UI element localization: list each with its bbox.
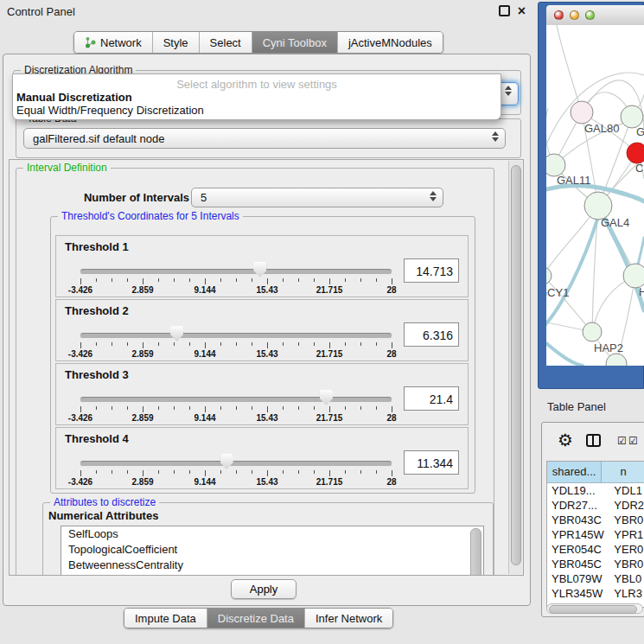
gear-icon[interactable]: ⚙ xyxy=(558,430,573,450)
slider-thumb[interactable] xyxy=(220,454,233,469)
slider-track[interactable] xyxy=(80,333,392,339)
thresholds-group-title: Threshold's Coordinates for 5 Intervals xyxy=(58,210,243,222)
table-row-ylr345w[interactable]: YLR345WYLR3 xyxy=(547,586,644,601)
table-row-ybr045c[interactable]: YBR045CYBR0 xyxy=(547,557,644,571)
threshold-value-box[interactable]: 6.316 xyxy=(404,322,459,347)
mac-zoom-icon[interactable] xyxy=(585,10,595,20)
bottom-tab-label-infer-network: Infer Network xyxy=(316,612,382,625)
cell-name: YLR3 xyxy=(611,586,644,601)
float-window-icon[interactable] xyxy=(499,5,510,16)
tick-label-28: 28 xyxy=(386,477,396,487)
table-row-ybr043c[interactable]: YBR043CYBR0 xyxy=(547,513,644,527)
table-row-ybl079w[interactable]: YBL079WYBL0 xyxy=(547,571,644,586)
checkbox-icon[interactable]: ☑ xyxy=(617,435,627,447)
tick-mark xyxy=(174,470,175,474)
tick-label-2-859: 2.859 xyxy=(131,285,153,295)
tab-network[interactable]: Network xyxy=(74,32,153,53)
tick-mark xyxy=(376,342,377,346)
bottom-tab-impute-data[interactable]: Impute Data xyxy=(124,609,207,628)
tab-label-select: Select xyxy=(210,36,241,49)
node-attribute-table[interactable]: shared... n YDL19...YDL1YDR27...YDR2YBR0… xyxy=(546,461,644,608)
list-item-selfloops[interactable]: SelfLoops xyxy=(61,526,483,542)
tick-mark xyxy=(96,406,97,410)
cell-shared-name: YBR045C xyxy=(547,557,611,571)
tick-mark xyxy=(220,470,221,474)
table-header-row: shared... n xyxy=(547,462,644,483)
bottom-tab-infer-network[interactable]: Infer Network xyxy=(305,609,392,628)
tick-mark xyxy=(112,406,112,410)
threshold-label-4: Threshold 4 xyxy=(65,432,129,445)
table-row-ydr27[interactable]: YDR27...YDR2 xyxy=(547,498,644,513)
threshold-value-box[interactable]: 21.4 xyxy=(404,386,459,411)
horizontal-scrollbar[interactable] xyxy=(546,603,643,614)
slider-thumb[interactable] xyxy=(253,262,266,277)
tick-mark xyxy=(252,278,252,282)
threshold-panel-4: Threshold 4-3.4262.8599.14415.4321.71528… xyxy=(55,427,469,489)
network-node-gcy1[interactable] xyxy=(546,267,552,284)
threshold-panel-2: Threshold 2-3.4262.8599.14415.4321.71528… xyxy=(55,299,469,361)
bottom-tab-label-impute-data: Impute Data xyxy=(135,612,196,625)
network-node-c[interactable] xyxy=(627,143,644,163)
dropdown-option-manual-discretization[interactable]: Manual Discretization xyxy=(16,91,132,104)
tick-label-3-426: -3.426 xyxy=(68,285,92,295)
slider-track[interactable] xyxy=(80,269,392,275)
tab-jactivemnodules[interactable]: jActiveMNodules xyxy=(338,32,443,53)
network-nodes[interactable]: GAL80GACGAL11GAL4GCY1HAHAP2 xyxy=(546,101,644,366)
vertical-scrollbar[interactable] xyxy=(508,161,522,574)
tick-label-28: 28 xyxy=(386,285,396,295)
tick-label-3-426: -3.426 xyxy=(68,349,92,359)
network-node-gal80[interactable] xyxy=(571,101,593,124)
tab-cyni-toolbox[interactable]: Cyni Toolbox xyxy=(252,32,338,53)
column-header-shared-name[interactable]: shared... xyxy=(547,462,602,482)
vertical-scrollbar-thumb[interactable] xyxy=(511,165,521,565)
table-row-yer054c[interactable]: YER054CYER0 xyxy=(547,542,644,557)
bottom-tab-label-discretize-data: Discretize Data xyxy=(218,612,294,625)
threshold-value-box[interactable]: 14.713 xyxy=(404,258,459,283)
tick-label-3-426: -3.426 xyxy=(68,477,92,487)
tick-mark xyxy=(360,406,361,410)
slider-thumb[interactable] xyxy=(170,326,183,341)
network-window-titlebar[interactable] xyxy=(546,5,644,26)
list-item-topologicalcoefficient[interactable]: TopologicalCoefficient xyxy=(61,542,483,558)
tab-select[interactable]: Select xyxy=(200,32,252,53)
tick-label-9-144: 9.144 xyxy=(194,349,215,359)
slider-track[interactable] xyxy=(80,397,392,403)
slider-track[interactable] xyxy=(80,461,392,467)
cell-name: YDR2 xyxy=(611,498,644,513)
apply-button[interactable]: Apply xyxy=(231,579,296,599)
column-header-name[interactable]: n xyxy=(602,462,644,482)
tick-mark xyxy=(392,342,392,348)
tick-mark xyxy=(345,342,346,346)
list-item-betweennesscentrality[interactable]: BetweennessCentrality xyxy=(61,558,483,573)
cell-name: YBL0 xyxy=(611,571,644,586)
threshold-value-box[interactable]: 11.344 xyxy=(404,450,459,475)
checkbox-icon[interactable]: ☑ xyxy=(628,435,638,447)
tick-mark xyxy=(127,342,128,346)
table-row-ypr145w[interactable]: YPR145WYPR1 xyxy=(547,527,644,542)
number-of-intervals-combobox[interactable]: 5 xyxy=(191,188,443,207)
mac-close-icon[interactable] xyxy=(554,10,564,20)
network-canvas[interactable]: GAL80GACGAL11GAL4GCY1HAHAP2 xyxy=(546,25,644,366)
tab-style[interactable]: Style xyxy=(153,32,200,53)
bottom-tab-discretize-data[interactable]: Discretize Data xyxy=(207,609,305,628)
split-columns-icon[interactable] xyxy=(586,434,601,447)
tick-mark xyxy=(220,342,221,346)
numerical-attributes-list[interactable]: SelfLoopsTopologicalCoefficientBetweenne… xyxy=(61,526,484,576)
tick-mark xyxy=(80,470,81,476)
mac-minimize-icon[interactable] xyxy=(570,10,579,20)
tick-mark xyxy=(220,278,221,282)
table-row-ydl19[interactable]: YDL19...YDL1 xyxy=(547,483,644,498)
horizontal-scrollbar-thumb[interactable] xyxy=(549,605,637,614)
cell-name: YDL1 xyxy=(611,483,644,498)
table-data-combobox[interactable]: galFiltered.sif default node xyxy=(23,128,506,149)
dropdown-option-equal-width-frequency[interactable]: Equal Width/Frequency Discretization xyxy=(16,104,204,117)
slider-thumb[interactable] xyxy=(320,390,333,405)
network-node-hap2[interactable] xyxy=(583,322,602,341)
tick-mark xyxy=(236,342,237,346)
close-icon[interactable]: × xyxy=(518,5,526,16)
tick-mark xyxy=(80,278,81,284)
tick-mark xyxy=(314,406,315,410)
network-node-ha[interactable] xyxy=(623,264,644,288)
list-scrollbar-thumb[interactable] xyxy=(470,528,481,576)
node-label-c: C xyxy=(635,162,643,175)
